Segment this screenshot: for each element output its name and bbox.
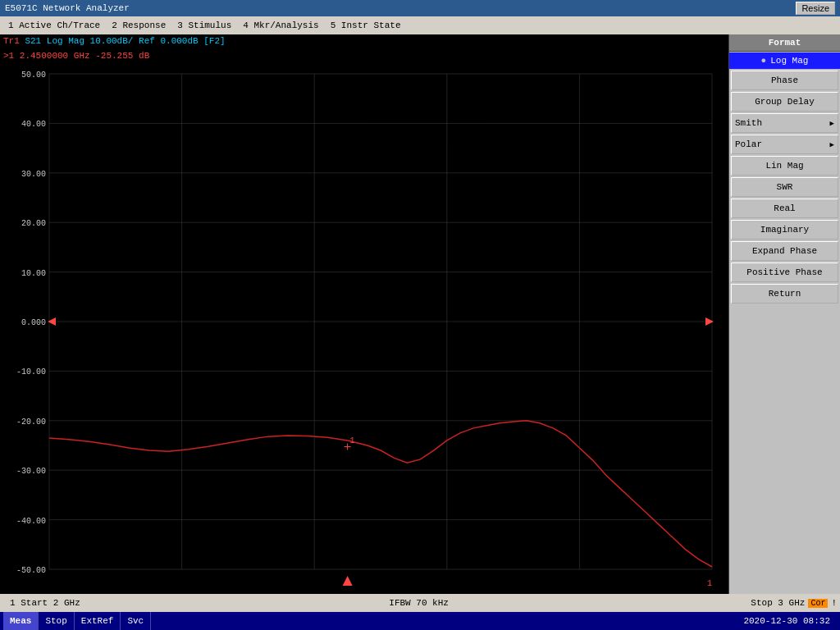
polar-button[interactable]: Polar: [731, 135, 838, 154]
graph-canvas: [0, 66, 728, 594]
chart-header: Tr1 S21 Log Mag 10.00dB/ Ref 0.000dB [F2…: [0, 34, 728, 51]
imaginary-button[interactable]: Imaginary: [731, 220, 838, 240]
marker-info: >1 2.4500000 GHz -25.255 dB: [0, 51, 728, 66]
phase-button[interactable]: Phase: [731, 71, 838, 90]
menu-stimulus[interactable]: 3 Stimulus: [172, 20, 236, 31]
start-freq: 1 Start 2 GHz: [3, 598, 87, 608]
status-bar: Meas Stop ExtRef Svc 2020-12-30 08:32: [0, 612, 840, 630]
positive-phase-button[interactable]: Positive Phase: [731, 262, 838, 282]
log-mag-selected-row[interactable]: ● Log Mag: [729, 52, 840, 69]
stop-status: Stop: [39, 612, 74, 630]
expand-phase-button[interactable]: Expand Phase: [731, 241, 838, 261]
extref-status: ExtRef: [75, 612, 121, 630]
chart-area: Tr1 S21 Log Mag 10.00dB/ Ref 0.000dB [F2…: [0, 34, 729, 594]
return-button[interactable]: Return: [731, 284, 838, 304]
bottom-right: Stop 3 GHz Cor !: [751, 598, 837, 608]
svc-status: Svc: [121, 612, 151, 630]
format-header: Format: [729, 34, 840, 52]
stop-freq: Stop 3 GHz: [751, 598, 805, 608]
menu-mkr-analysis[interactable]: 4 Mkr/Analysis: [238, 20, 323, 31]
resize-button[interactable]: Resize: [796, 2, 835, 15]
right-panel: Format ● Log Mag Phase Group Delay Smith…: [729, 34, 840, 594]
real-button[interactable]: Real: [731, 199, 838, 218]
log-mag-selected-label: Log Mag: [770, 56, 808, 66]
lin-mag-button[interactable]: Lin Mag: [731, 156, 838, 176]
menu-bar: 1 Active Ch/Trace 2 Response 3 Stimulus …: [0, 16, 840, 34]
main-content: Tr1 S21 Log Mag 10.00dB/ Ref 0.000dB [F2…: [0, 34, 840, 594]
trace-info: S21 Log Mag 10.00dB/ Ref 0.000dB [F2]: [25, 36, 225, 46]
trace-label: Tr1: [3, 36, 25, 46]
menu-instr-state[interactable]: 5 Instr State: [326, 20, 406, 31]
app-title: E5071C Network Analyzer: [5, 3, 130, 13]
datetime: 2020-12-30 08:32: [737, 612, 837, 630]
cor-badge: Cor: [808, 599, 828, 608]
group-delay-button[interactable]: Group Delay: [731, 92, 838, 112]
smith-button[interactable]: Smith: [731, 113, 838, 133]
title-bar: E5071C Network Analyzer Resize: [0, 0, 840, 16]
bottom-bar: 1 Start 2 GHz IFBW 70 kHz Stop 3 GHz Cor…: [0, 594, 840, 612]
exclaim: !: [831, 598, 837, 608]
meas-status: Meas: [3, 612, 39, 630]
ifbw: IFBW 70 kHz: [87, 598, 751, 608]
menu-active-ch[interactable]: 1 Active Ch/Trace: [3, 20, 105, 31]
graph-container: [0, 66, 728, 594]
menu-response[interactable]: 2 Response: [107, 20, 171, 31]
swr-button[interactable]: SWR: [731, 177, 838, 197]
